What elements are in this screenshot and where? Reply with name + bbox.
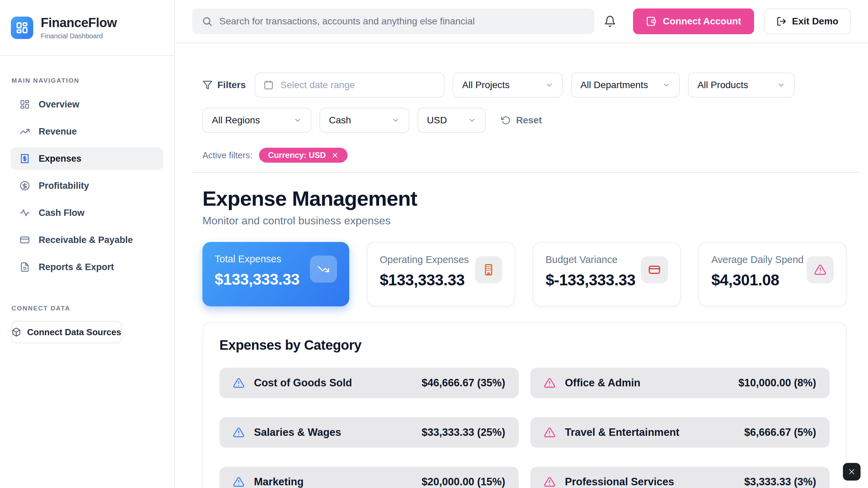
sidebar-item-reports-export[interactable]: Reports & Export: [11, 256, 163, 278]
stat-label: Operating Expenses: [380, 254, 469, 265]
sidebar-item-overview[interactable]: Overview: [11, 93, 163, 116]
sidebar-item-expenses[interactable]: Expenses: [11, 147, 163, 170]
stat-label: Total Expenses: [215, 253, 299, 265]
projects-select-value: All Projects: [462, 80, 510, 90]
brand: FinanceFlow Financial Dashboard: [0, 0, 174, 56]
sidebar-item-label: Overview: [39, 99, 79, 110]
global-search[interactable]: [192, 8, 594, 34]
category-row-cost-of-goods-sold[interactable]: Cost of Goods Sold $46,666.67 (35%): [219, 368, 519, 398]
alert-triangle-icon: [807, 256, 834, 283]
sidebar-item-label: Expenses: [39, 154, 81, 164]
alert-triangle-icon: [544, 476, 555, 488]
payment-type-select[interactable]: Cash: [319, 108, 409, 133]
currency-select[interactable]: USD: [417, 108, 486, 133]
active-filters-label: Active filters:: [202, 150, 252, 161]
wallet-icon: [646, 16, 657, 27]
sidebar-item-receivable-payable[interactable]: Receivable & Payable: [11, 229, 163, 251]
category-row-travel-entertainment[interactable]: Travel & Entertainment $6,666.67 (5%): [530, 417, 830, 448]
search-input[interactable]: [219, 16, 585, 27]
search-icon: [202, 16, 213, 27]
category-value: $10,000.00 (8%): [738, 377, 816, 389]
alert-triangle-icon: [544, 427, 555, 438]
app-subtitle: Financial Dashboard: [41, 32, 117, 40]
category-value: $33,333.33 (25%): [422, 426, 505, 439]
category-grid: Cost of Goods Sold $46,666.67 (35%) Offi…: [219, 368, 830, 488]
x-icon[interactable]: [331, 151, 339, 159]
stat-value: $-133,333.33: [546, 271, 635, 289]
trending-down-icon: [310, 256, 337, 283]
app-title: FinanceFlow: [41, 16, 117, 30]
alert-triangle-icon: [544, 377, 555, 389]
reset-filters-button[interactable]: Reset: [501, 115, 542, 126]
filters-label: Filters: [217, 80, 246, 90]
alert-triangle-icon: [233, 476, 244, 488]
rotate-ccw-icon: [501, 116, 511, 125]
page-subtitle: Monitor and control business expenses: [202, 215, 847, 227]
sidebar-item-profitability[interactable]: Profitability: [11, 175, 163, 197]
nav-section-heading: MAIN NAVIGATION: [0, 77, 174, 84]
category-label: Marketing: [254, 476, 412, 488]
exit-demo-label: Exit Demo: [792, 16, 839, 27]
category-row-professional-services[interactable]: Professional Services $3,333.33 (3%): [530, 467, 830, 488]
stat-card-total-expenses[interactable]: Total Expenses $133,333.33: [202, 242, 349, 306]
category-row-office-admin[interactable]: Office & Admin $10,000.00 (8%): [530, 368, 830, 398]
connect-section-heading: CONNECT DATA: [0, 305, 174, 312]
layout-dashboard-icon: [20, 99, 30, 109]
sidebar-item-label: Reports & Export: [39, 262, 114, 272]
category-value: $20,000.00 (15%): [422, 476, 505, 488]
x-icon: [847, 467, 856, 476]
bell-icon[interactable]: [604, 15, 616, 27]
trending-up-icon: [20, 126, 30, 137]
category-row-salaries-wages[interactable]: Salaries & Wages $33,333.33 (25%): [219, 417, 519, 448]
connect-account-button[interactable]: Connect Account: [633, 8, 754, 34]
active-filter-chip-currency[interactable]: Currency: USD: [259, 148, 348, 163]
regions-select[interactable]: All Regions: [202, 108, 311, 133]
category-row-marketing[interactable]: Marketing $20,000.00 (15%): [219, 467, 519, 488]
app-logo: [11, 17, 33, 39]
projects-select[interactable]: All Projects: [453, 73, 563, 98]
products-select[interactable]: All Products: [688, 73, 795, 98]
currency-select-value: USD: [427, 115, 447, 126]
connect-data-sources-button[interactable]: Connect Data Sources: [11, 321, 122, 343]
calendar-icon: [263, 80, 274, 90]
filters-row-2: All Regions Cash USD Reset: [202, 108, 847, 133]
chip-label: Currency: USD: [268, 150, 326, 160]
regions-select-value: All Regions: [212, 115, 260, 126]
chevron-down-icon: [777, 81, 785, 89]
chevron-down-icon: [468, 116, 476, 124]
section-divider: [192, 172, 859, 173]
page-title: Expense Management: [202, 186, 847, 210]
sidebar-item-label: Cash Flow: [39, 208, 84, 218]
sidebar-item-label: Revenue: [39, 126, 77, 137]
activity-icon: [20, 208, 30, 218]
stat-card-budget-variance[interactable]: Budget Variance $-133,333.33: [533, 242, 681, 306]
sidebar-item-revenue[interactable]: Revenue: [11, 120, 163, 143]
stat-card-average-daily-spend[interactable]: Average Daily Spend $4,301.08: [698, 242, 847, 306]
stat-card-operating-expenses[interactable]: Operating Expenses $133,333.33: [367, 242, 515, 306]
package-icon: [12, 327, 21, 337]
connect-data-sources-label: Connect Data Sources: [27, 327, 121, 338]
exit-demo-button[interactable]: Exit Demo: [764, 8, 851, 34]
stat-label: Average Daily Spend: [711, 254, 804, 265]
circle-dollar-icon: [20, 181, 30, 191]
category-label: Office & Admin: [565, 377, 729, 389]
stat-value: $133,333.33: [215, 270, 299, 288]
overlay-close-button[interactable]: [843, 463, 861, 481]
sidebar-item-cash-flow[interactable]: Cash Flow: [11, 202, 163, 224]
layout-dashboard-icon: [16, 21, 28, 34]
departments-select[interactable]: All Departments: [571, 73, 680, 98]
payment-type-select-value: Cash: [329, 115, 351, 126]
sidebar-item-label: Profitability: [39, 181, 89, 191]
date-range-picker[interactable]: [255, 73, 445, 98]
filters-row-1: Filters All Projects All Departments All…: [202, 73, 847, 98]
connect-account-label: Connect Account: [663, 16, 741, 27]
stat-cards: Total Expenses $133,333.33 Operating Exp…: [202, 242, 847, 306]
expenses-by-category-title: Expenses by Category: [219, 338, 830, 353]
filters-title: Filters: [202, 80, 246, 90]
main-content: Filters All Projects All Departments All…: [175, 43, 868, 488]
stat-value: $133,333.33: [380, 271, 469, 289]
date-range-input[interactable]: [280, 80, 436, 90]
category-value: $6,666.67 (5%): [744, 426, 816, 439]
sidebar-item-label: Receivable & Payable: [39, 235, 133, 245]
main-navigation: Overview Revenue Expenses: [0, 93, 174, 278]
